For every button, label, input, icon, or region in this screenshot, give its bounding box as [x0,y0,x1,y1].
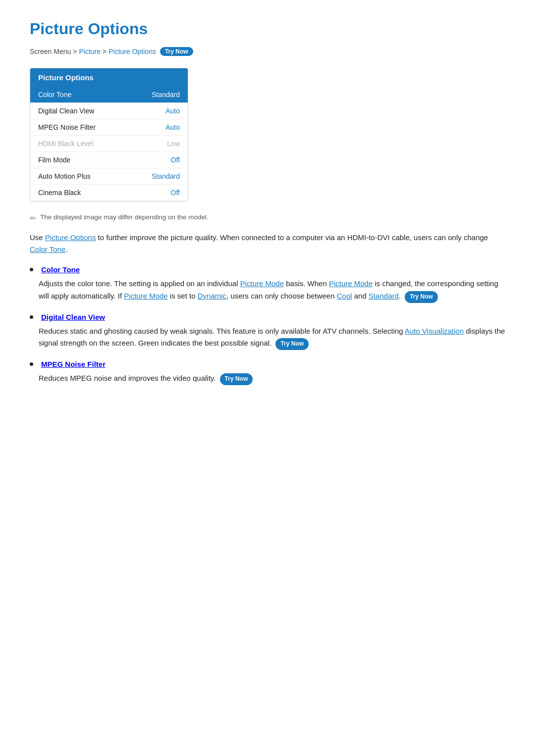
section-body-color-tone: Adjusts the color tone. The setting is a… [39,278,505,303]
try-now-badge-digital-clean-view[interactable]: Try Now [275,338,309,350]
link-picture-mode-3[interactable]: Picture Mode [124,292,167,300]
row-label: HDMI Black Level [30,136,129,152]
breadcrumb-picture[interactable]: Picture [79,48,101,55]
row-value: Off [129,152,188,168]
section-body-mpeg-noise-filter: Reduces MPEG noise and improves the vide… [39,372,505,385]
note-row: ✏ The displayed image may differ dependi… [30,213,505,223]
list-item: Digital Clean View Reduces static and gh… [30,313,505,351]
row-value: Auto [129,103,188,119]
link-standard[interactable]: Standard [369,292,399,300]
section-link-digital-clean-view[interactable]: Digital Clean View [41,313,105,321]
table-row[interactable]: Auto Motion Plus Standard [30,168,188,185]
table-row[interactable]: Cinema Black Off [30,185,188,201]
row-label: Cinema Black [30,185,129,201]
section-list: Color Tone Adjusts the color tone. The s… [30,265,505,385]
breadcrumb-sep-2: > [103,48,107,55]
table-row: HDMI Black Level Low [30,136,188,152]
try-now-badge-color-tone[interactable]: Try Now [405,291,438,303]
bullet-icon [30,362,33,366]
row-value: Off [129,185,188,201]
section-link-color-tone[interactable]: Color Tone [41,265,80,274]
row-label: Film Mode [30,152,129,168]
row-label: Color Tone [30,87,129,103]
bullet-icon [30,268,33,271]
breadcrumb-screen-menu: Screen Menu [30,48,71,55]
link-picture-mode-2[interactable]: Picture Mode [329,279,373,288]
row-value: Low [129,136,188,152]
row-value: Standard [129,168,188,185]
row-label: Auto Motion Plus [30,168,129,185]
intro-link-color-tone[interactable]: Color Tone [30,245,65,253]
table-row[interactable]: Digital Clean View Auto [30,103,188,119]
table-row[interactable]: MPEG Noise Filter Auto [30,119,188,136]
row-label: MPEG Noise Filter [30,119,129,136]
table-row[interactable]: Color Tone Standard [30,87,188,103]
row-label: Digital Clean View [30,103,129,119]
try-now-badge-mpeg-noise-filter[interactable]: Try Now [220,373,253,385]
link-auto-visualization[interactable]: Auto Visualization [405,327,464,335]
section-title-mpeg-noise-filter: MPEG Noise Filter [30,360,505,368]
section-link-mpeg-noise-filter[interactable]: MPEG Noise Filter [41,360,106,368]
pencil-icon: ✏ [30,214,36,223]
link-picture-mode-1[interactable]: Picture Mode [240,279,284,288]
box-header: Picture Options [30,68,188,87]
breadcrumb-try-now[interactable]: Try Now [160,47,193,56]
bullet-icon [30,315,33,319]
table-row[interactable]: Film Mode Off [30,152,188,168]
page-title: Picture Options [30,20,505,38]
list-item: Color Tone Adjusts the color tone. The s… [30,265,505,303]
section-title-color-tone: Color Tone [30,265,505,274]
intro-link-picture-options[interactable]: Picture Options [45,233,96,242]
link-cool[interactable]: Cool [337,292,352,300]
breadcrumb: Screen Menu > Picture > Picture Options … [30,47,505,56]
link-dynamic[interactable]: Dynamic [198,292,226,300]
section-title-digital-clean-view: Digital Clean View [30,313,505,321]
picture-options-box: Picture Options Color Tone Standard Digi… [30,68,188,202]
intro-paragraph: Use Picture Options to further improve t… [30,232,505,255]
note-text: The displayed image may differ depending… [40,213,209,221]
section-body-digital-clean-view: Reduces static and ghosting caused by we… [39,325,505,351]
options-table: Color Tone Standard Digital Clean View A… [30,87,188,201]
row-value: Standard [129,87,188,103]
row-value: Auto [129,119,188,136]
breadcrumb-sep-1: > [73,48,77,55]
list-item: MPEG Noise Filter Reduces MPEG noise and… [30,360,505,385]
breadcrumb-picture-options[interactable]: Picture Options [108,48,156,55]
